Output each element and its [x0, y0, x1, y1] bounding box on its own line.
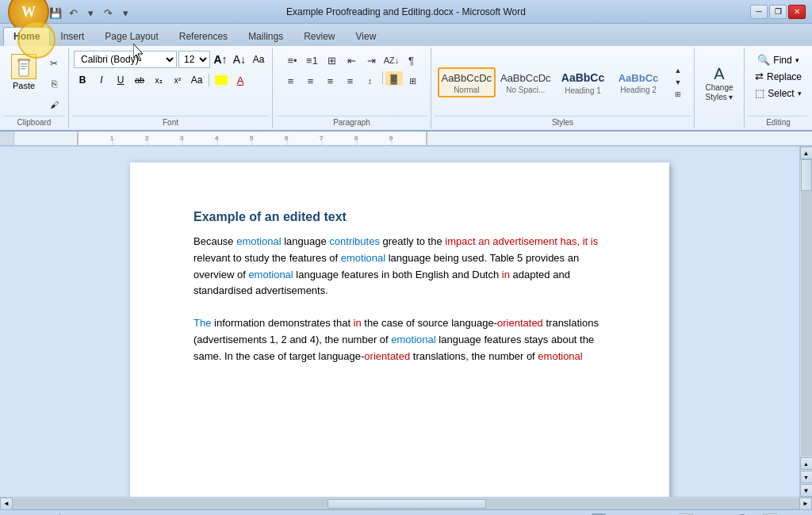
change-styles-button[interactable]: A ChangeStyles ▾	[699, 62, 739, 105]
find-button[interactable]: 🔍 Find ▾	[754, 52, 802, 67]
bold-button[interactable]: B	[74, 71, 91, 89]
font-size-select[interactable]: 12	[178, 51, 210, 68]
strikethrough-button[interactable]: ab	[131, 71, 148, 89]
svg-rect-5	[21, 66, 27, 67]
clipboard-label: Clipboard	[3, 116, 65, 127]
paste-label: Paste	[13, 81, 35, 90]
proofing-icon[interactable]: ✔	[121, 513, 130, 516]
svg-text:W: W	[21, 4, 36, 20]
qat-more-button[interactable]: ▾	[117, 5, 133, 21]
scroll-track[interactable]	[801, 159, 812, 456]
replace-label: Replace	[767, 71, 802, 82]
scroll-up-small[interactable]: ▲	[800, 457, 813, 470]
redo-button[interactable]: ↷	[100, 5, 116, 21]
underline-button[interactable]: U	[112, 71, 129, 89]
svg-rect-6	[21, 68, 25, 70]
style-normal[interactable]: AaBbCcDc Normal	[438, 67, 496, 98]
styles-expand[interactable]: ⊞	[668, 89, 688, 100]
format-painter-button[interactable]: 🖌	[44, 95, 63, 114]
select-label: Select	[768, 88, 794, 99]
font-color-button[interactable]: A	[232, 71, 249, 89]
font-format-row: B I U ab x₂ x² Aa ab A	[74, 71, 249, 89]
clipboard-group: Paste ✂ ⎘ 🖌 Clipboard	[0, 48, 69, 128]
h-scroll-thumb[interactable]	[327, 499, 486, 509]
font-group: Calibri (Body) 12 A↑ A↓ Aa B I U ab	[69, 48, 273, 128]
scroll-down-button[interactable]: ▼	[800, 484, 813, 497]
change-case-button[interactable]: Aa	[188, 71, 205, 89]
tab-page-layout[interactable]: Page Layout	[94, 27, 168, 46]
styles-group: AaBbCcDc Normal AaBbCcDc No Spaci... AaB…	[431, 48, 695, 128]
italic-button[interactable]: I	[93, 71, 110, 89]
clear-formatting-button[interactable]: Aa	[250, 51, 267, 68]
font-divider	[209, 74, 209, 86]
tab-insert[interactable]: Insert	[50, 27, 94, 46]
svg-rect-4	[21, 63, 27, 65]
tab-references[interactable]: References	[169, 27, 238, 46]
increase-indent-button[interactable]: ⇥	[362, 51, 381, 70]
style-normal-label: Normal	[454, 86, 479, 94]
justify-button[interactable]: ≡	[341, 71, 360, 90]
replace-button[interactable]: ⇄ Replace	[752, 69, 805, 84]
select-button[interactable]: ⬚ Select ▾	[752, 86, 804, 101]
h-scroll-track[interactable]	[13, 498, 799, 509]
svg-text:6: 6	[285, 135, 289, 142]
style-heading1[interactable]: AaBbCc Heading 1	[556, 67, 610, 98]
multilevel-list-button[interactable]: ⊞	[323, 51, 342, 70]
scroll-left-button[interactable]: ◄	[0, 498, 13, 510]
decrease-indent-button[interactable]: ⇤	[343, 51, 362, 70]
replace-icon: ⇄	[755, 71, 764, 82]
editing-group: 🔍 Find ▾ ⇄ Replace ⬚ Select ▾ Editing	[745, 48, 812, 128]
main-area: Example of an edited text Because emotio…	[0, 147, 812, 497]
bullet-list-button[interactable]: ≡•	[283, 51, 302, 70]
find-icon: 🔍	[757, 54, 770, 66]
subscript-button[interactable]: x₂	[150, 71, 167, 89]
tab-home[interactable]: Home	[3, 27, 50, 46]
change-styles-label: ChangeStyles ▾	[705, 83, 733, 102]
svg-text:4: 4	[215, 135, 219, 142]
align-right-button[interactable]: ≡	[321, 71, 340, 90]
ribbon-content: Paste ✂ ⎘ 🖌 Clipboard Calibri (	[0, 46, 812, 130]
ruler-corner	[0, 132, 14, 146]
highlight-button[interactable]: ab	[213, 71, 230, 89]
tab-mailings[interactable]: Mailings	[238, 27, 293, 46]
superscript-button[interactable]: x²	[169, 71, 186, 89]
change-styles-group: A ChangeStyles ▾	[695, 48, 745, 128]
style-nospacing-label: No Spaci...	[506, 86, 545, 94]
svg-text:3: 3	[180, 135, 184, 142]
scroll-down-small[interactable]: ▼	[800, 471, 813, 483]
line-spacing-button[interactable]: ↕	[361, 71, 380, 90]
restore-button[interactable]: ❐	[769, 5, 787, 19]
undo-button[interactable]: ↶	[65, 5, 81, 21]
borders-button[interactable]: ⊞	[404, 71, 423, 90]
tab-view[interactable]: View	[346, 27, 387, 46]
shrink-font-button[interactable]: A↓	[231, 51, 248, 68]
tab-bar: Home Insert Page Layout References Maili…	[0, 24, 812, 46]
tab-review[interactable]: Review	[293, 27, 345, 46]
minimize-button[interactable]: ─	[750, 5, 768, 19]
align-center-button[interactable]: ≡	[301, 71, 320, 90]
style-heading2[interactable]: AaBbCc Heading 2	[611, 67, 665, 98]
save-button[interactable]: 💾	[48, 5, 63, 21]
numbered-list-button[interactable]: ≡1	[303, 51, 322, 70]
styles-scroll-up[interactable]: ▲	[668, 65, 688, 76]
close-button[interactable]: ✕	[788, 5, 806, 19]
font-family-select[interactable]: Calibri (Body)	[74, 51, 177, 68]
shading-button[interactable]: ▓	[385, 71, 403, 86]
scroll-right-button[interactable]: ►	[799, 498, 812, 510]
scroll-thumb[interactable]	[801, 159, 812, 191]
cut-button[interactable]: ✂	[44, 54, 63, 73]
sort-button[interactable]: AZ↓	[382, 51, 401, 70]
show-paragraph-button[interactable]: ¶	[402, 51, 421, 70]
style-h1-preview: AaBbCc	[558, 70, 607, 86]
align-left-button[interactable]: ≡	[282, 71, 301, 90]
vertical-scrollbar: ▲ ▲ ▼ ▼	[799, 147, 812, 497]
grow-font-button[interactable]: A↑	[212, 51, 229, 68]
svg-text:7: 7	[320, 135, 324, 142]
svg-text:9: 9	[389, 135, 393, 142]
styles-scroll-down[interactable]: ▼	[668, 77, 688, 88]
scroll-up-button[interactable]: ▲	[800, 147, 813, 159]
paste-button[interactable]: Paste	[5, 51, 43, 93]
copy-button[interactable]: ⎘	[44, 74, 63, 93]
undo-dropdown[interactable]: ▾	[82, 5, 98, 21]
style-no-spacing[interactable]: AaBbCcDc No Spaci...	[497, 67, 555, 98]
